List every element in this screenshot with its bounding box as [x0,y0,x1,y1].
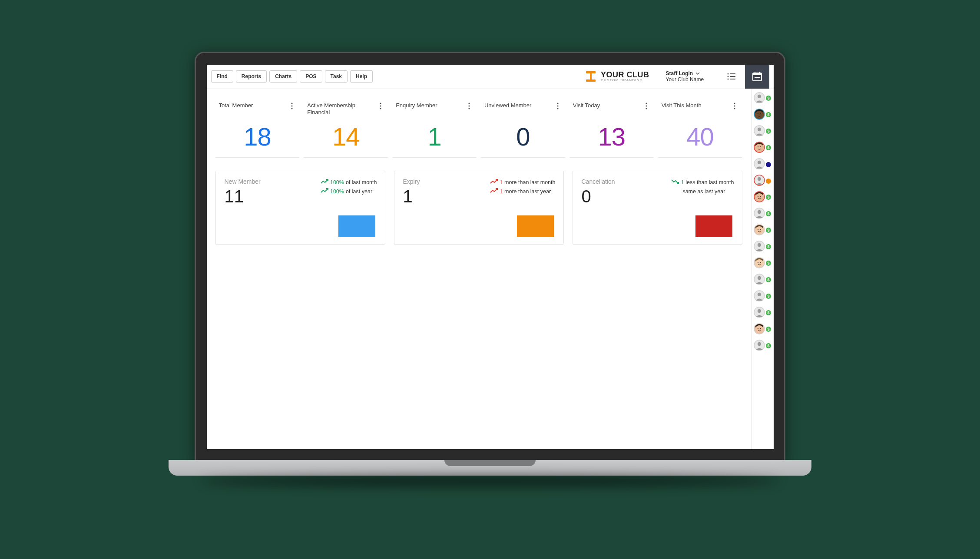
card-bar [338,215,375,237]
svg-text:$: $ [767,278,769,282]
rail-member-item[interactable]: $ [753,191,772,205]
rail-member-item[interactable]: $ [753,125,772,139]
money-badge-icon: $ [766,111,771,119]
svg-point-17 [380,103,381,104]
svg-rect-13 [755,77,760,78]
rail-member-item[interactable]: $ [753,92,772,106]
app-window: FindReportsChartsPOSTaskHelp YOUR CLUB C… [207,65,774,449]
svg-point-46 [758,146,758,147]
more-icon[interactable] [288,102,296,110]
cards-row: New Member 11 100% of last month 100% of… [215,171,742,245]
rail-member-item[interactable]: $ [753,323,772,337]
menu-btn-reports[interactable]: Reports [236,70,267,83]
rail-member-item[interactable]: $ [753,306,772,320]
stat-value: 1 [396,122,473,151]
svg-point-69 [758,243,761,246]
menu-btn-help[interactable]: Help [350,70,373,83]
svg-point-74 [760,262,761,263]
avatar-icon [754,257,765,270]
rail-member-item[interactable] [753,174,772,188]
card-trends: 1 less than last month same as last year [671,178,734,197]
svg-point-23 [557,103,558,104]
svg-point-55 [758,196,758,197]
svg-text:$: $ [767,261,769,265]
user-block[interactable]: Staff Login Your Club Name [666,70,718,83]
trend-text: same as last year [682,187,725,196]
rail-member-item[interactable]: $ [753,224,772,238]
stat-value: 13 [573,122,650,151]
laptop-bezel: FindReportsChartsPOSTaskHelp YOUR CLUB C… [195,52,785,462]
svg-point-7 [727,79,728,80]
svg-point-18 [380,105,381,106]
calendar-icon [752,71,763,82]
topbar: FindReportsChartsPOSTaskHelp YOUR CLUB C… [207,65,774,89]
rail-member-item[interactable] [753,158,772,172]
avatar-icon [754,290,765,303]
rail-member-item[interactable]: $ [753,141,772,155]
trend-icon [321,178,328,187]
svg-point-29 [734,103,735,104]
main-panel: Total Member 18 Active Membership Financ… [207,89,751,449]
svg-text:$: $ [767,344,769,348]
stat-row: Total Member 18 Active Membership Financ… [215,102,742,158]
svg-point-31 [734,108,735,109]
trend-icon [671,178,679,187]
status-dot-icon [766,179,771,184]
stat-value: 40 [662,122,739,151]
svg-point-19 [380,108,381,109]
list-icon-button[interactable] [722,65,742,89]
trend-icon [671,187,679,196]
money-badge-icon: $ [766,227,771,235]
menu-btn-pos[interactable]: POS [300,70,322,83]
svg-point-47 [760,146,761,147]
svg-point-82 [758,292,761,296]
more-icon[interactable] [642,102,650,110]
brand-title: YOUR CLUB [601,71,649,79]
list-icon [727,72,736,81]
svg-point-28 [646,108,647,109]
trend-text: more than last year [504,187,551,196]
rail-member-item[interactable]: $ [753,290,772,304]
rail-member-item[interactable]: $ [753,207,772,221]
svg-point-15 [291,105,293,106]
svg-point-86 [758,309,761,312]
trend-text: of last year [346,187,372,196]
svg-point-30 [734,105,735,106]
svg-point-91 [760,328,761,329]
money-badge-icon: $ [766,243,771,251]
svg-rect-8 [730,79,735,79]
more-icon[interactable] [377,102,384,110]
laptop-frame: FindReportsChartsPOSTaskHelp YOUR CLUB C… [169,52,811,508]
more-icon[interactable] [554,102,562,110]
rail-member-item[interactable]: $ [753,257,772,271]
card-trends: 1 more than last month 1 more than last … [490,178,555,197]
svg-rect-10 [753,73,761,75]
svg-point-21 [468,105,470,106]
trend-line: 1 more than last year [490,187,555,196]
rail-member-item[interactable]: $ [753,339,772,353]
menu-btn-task[interactable]: Task [325,70,348,83]
more-icon[interactable] [731,102,738,110]
avatar-icon [754,92,765,105]
rail-member-item[interactable]: $ [753,108,772,122]
money-badge-icon: $ [766,210,771,218]
svg-text:$: $ [767,311,769,315]
avatar-icon [754,340,765,353]
more-icon[interactable] [465,102,473,110]
svg-point-51 [758,160,761,164]
stat-label: Active Membership Financial [307,102,377,117]
avatar-icon [754,125,765,138]
trend-text: less than last month [685,178,734,187]
rail-member-item[interactable]: $ [753,273,772,287]
menu-btn-charts[interactable]: Charts [269,70,297,83]
svg-point-26 [646,103,647,104]
menu-btn-find[interactable]: Find [211,70,233,83]
svg-point-90 [758,328,758,329]
rail-member-item[interactable]: $ [753,240,772,254]
club-name-label: Your Club Name [666,76,718,83]
svg-text:$: $ [767,129,769,133]
stat-card: Enquiry Member 1 [392,102,477,158]
svg-point-25 [557,108,558,109]
brand-block: YOUR CLUB CUSTOM BRANDING [585,69,649,83]
calendar-icon-button[interactable] [745,65,769,89]
